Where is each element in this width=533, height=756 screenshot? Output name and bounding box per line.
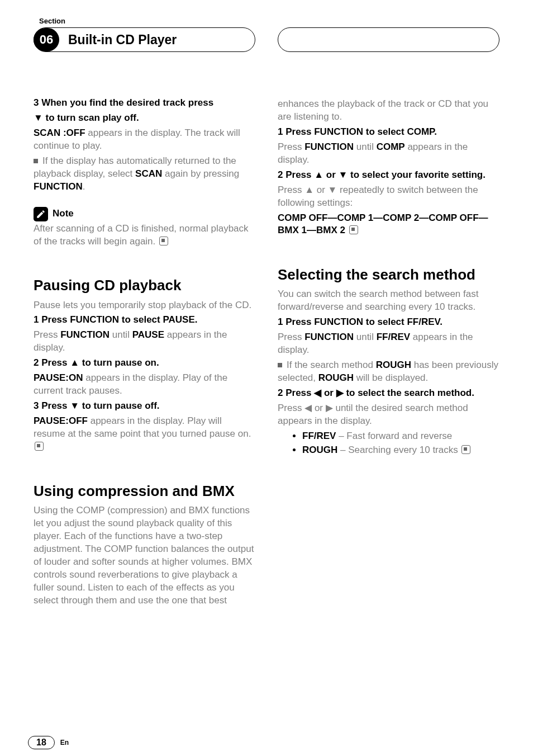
end-icon: [35, 442, 44, 451]
search-step1-bullet: If the search method ROUGH has been prev…: [278, 359, 499, 385]
section-title: Built-in CD Player: [68, 32, 177, 48]
pencil-icon: [34, 207, 48, 221]
comp-sequence: COMP OFF—COMP 1—COMP 2—COMP OFF—BMX 1—BM…: [278, 212, 499, 238]
ffrev-label: FF/REV: [377, 332, 410, 342]
bullet-icon: [34, 159, 38, 163]
comp-step1-body: Press FUNCTION until COMP appears in the…: [278, 141, 499, 167]
rough-label: ROUGH: [302, 445, 337, 455]
end-icon: [349, 225, 358, 234]
section-label: Section: [39, 17, 499, 25]
pause-on-label: PAUSE:ON: [34, 372, 83, 383]
note-text: After scanning of a CD is finished, norm…: [34, 223, 255, 248]
note-row: Note: [34, 207, 255, 221]
txt: Press: [34, 329, 60, 340]
pause-step1-body: Press FUNCTION until PAUSE appears in th…: [34, 329, 255, 355]
search-intro: You can switch the search method between…: [278, 288, 499, 314]
txt: After scanning of a CD is finished, norm…: [34, 223, 249, 247]
txt: until: [354, 332, 377, 342]
scan-off-label: SCAN :OFF: [34, 127, 85, 138]
compression-cont: enhances the playback of the track or CD…: [278, 98, 499, 124]
section-number-badge: 06: [34, 28, 59, 51]
pausing-intro: Pause lets you temporarily stop playback…: [34, 299, 255, 312]
pause-label: PAUSE: [132, 329, 164, 340]
txt: – Fast forward and reverse: [336, 431, 452, 441]
header-row: 06 Built-in CD Player: [34, 27, 499, 52]
comp-step2-head: 2 Press ▲ or ▼ to select your favorite s…: [278, 169, 499, 182]
function-label: FUNCTION: [304, 141, 354, 152]
pause-step2-body: PAUSE:ON appears in the display. Play of…: [34, 372, 255, 398]
comp-label: COMP: [377, 141, 405, 152]
step3-heading-line1: 3 When you find the desired track press: [34, 97, 255, 110]
search-step1-head: 1 Press FUNCTION to select FF/REV.: [278, 316, 499, 329]
search-step2-head: 2 Press ◀ or ▶ to select the search meth…: [278, 387, 499, 400]
rough-label: ROUGH: [376, 360, 411, 370]
txt: until: [354, 141, 377, 152]
search-step1-body: Press FUNCTION until FF/REV appears in t…: [278, 331, 499, 357]
txt: until: [110, 329, 132, 340]
end-icon: [159, 237, 168, 245]
function-label: FUNCTION: [304, 332, 354, 342]
bullet-icon: [278, 363, 282, 367]
txt: Press: [278, 332, 304, 342]
method-rough: ROUGH – Searching every 10 tracks: [302, 444, 499, 457]
compression-intro: Using the COMP (compression) and BMX fun…: [34, 504, 255, 607]
step3-bullet: If the display has automatically returne…: [34, 155, 255, 193]
compression-heading: Using compression and BMX: [34, 481, 255, 501]
method-ffrev: FF/REV – Fast forward and reverse: [302, 430, 499, 443]
search-heading: Selecting the search method: [278, 265, 499, 285]
function-label: FUNCTION: [60, 329, 110, 340]
comp-step1-head: 1 Press FUNCTION to select COMP.: [278, 126, 499, 139]
note-label: Note: [53, 207, 74, 220]
search-step2-body: Press ◀ or ▶ until the desired search me…: [278, 402, 499, 428]
page-footer: 18 En: [28, 736, 69, 749]
title-pill: 06 Built-in CD Player: [34, 27, 255, 52]
pause-off-label: PAUSE:OFF: [34, 415, 88, 426]
step3-heading-line2: ▼ to turn scan play off.: [34, 112, 255, 125]
end-icon: [461, 445, 470, 454]
language-label: En: [60, 739, 69, 746]
txt: again by pressing: [162, 168, 239, 179]
txt: Press: [278, 141, 304, 152]
function-label: FUNCTION: [34, 181, 83, 192]
pause-step1-head: 1 Press FUNCTION to select PAUSE.: [34, 314, 255, 327]
txt: will be displayed.: [354, 372, 428, 383]
ffrev-label: FF/REV: [302, 431, 336, 441]
pause-step3-head: 3 Press ▼ to turn pause off.: [34, 400, 255, 413]
step3-body: SCAN :OFF appears in the display. The tr…: [34, 127, 255, 153]
txt: – Searching every 10 tracks: [337, 445, 458, 455]
comp-step2-body: Press ▲ or ▼ repeatedly to switch betwee…: [278, 184, 499, 210]
search-methods-list: FF/REV – Fast forward and reverse ROUGH …: [278, 430, 499, 457]
pausing-heading: Pausing CD playback: [34, 276, 255, 295]
left-column: 3 When you find the desired track press …: [34, 97, 255, 609]
scan-label: SCAN: [135, 168, 162, 179]
empty-pill: [278, 27, 499, 52]
right-column: enhances the playback of the track or CD…: [278, 97, 499, 609]
txt: .: [83, 181, 85, 192]
comp-sequence-text: COMP OFF—COMP 1—COMP 2—COMP OFF—BMX 1—BM…: [278, 212, 488, 236]
rough-label: ROUGH: [318, 372, 354, 383]
pause-step2-head: 2 Press ▲ to turn pause on.: [34, 357, 255, 370]
txt: If the search method: [287, 360, 376, 370]
pause-step3-body: PAUSE:OFF appears in the display. Play w…: [34, 415, 255, 453]
page-number: 18: [28, 736, 55, 749]
